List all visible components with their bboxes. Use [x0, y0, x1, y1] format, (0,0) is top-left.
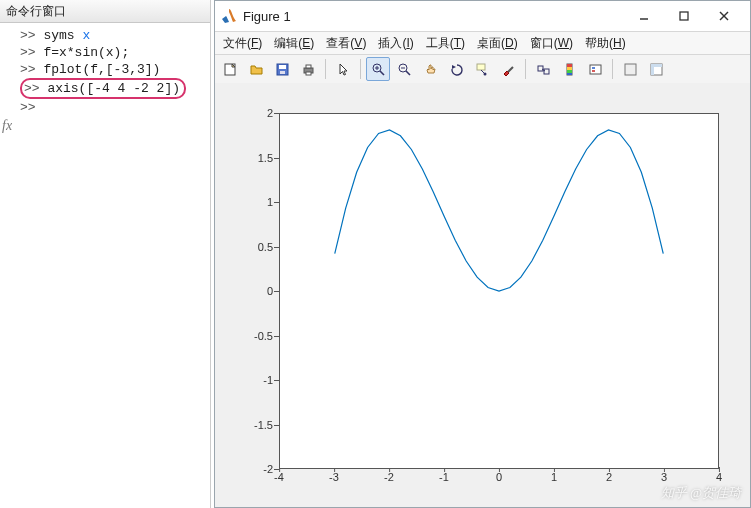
x-tick-label: 1 [551, 471, 557, 483]
line-plot [280, 114, 718, 468]
new-figure-icon[interactable] [218, 57, 242, 81]
rotate-icon[interactable] [444, 57, 468, 81]
datatip-icon[interactable] [470, 57, 494, 81]
toolbar-separator [612, 59, 613, 79]
command-window: 命令行窗口 fx >> syms x>> f=x*sin(x);>> fplot… [0, 0, 211, 508]
svg-rect-22 [538, 66, 543, 71]
toolbar-separator [525, 59, 526, 79]
figure-title: Figure 1 [243, 9, 624, 24]
menu-i[interactable]: 插入(I) [374, 35, 417, 52]
command-line: >> fplot(f,[-3,3]) [20, 61, 206, 78]
y-tick-label: -0.5 [215, 330, 273, 342]
save-icon[interactable] [270, 57, 294, 81]
menu-e[interactable]: 编辑(E) [270, 35, 318, 52]
svg-rect-9 [306, 65, 311, 68]
svg-line-16 [406, 71, 410, 75]
brush-icon[interactable] [496, 57, 520, 81]
svg-rect-29 [567, 73, 572, 75]
x-tick-label: 2 [606, 471, 612, 483]
axes[interactable] [279, 113, 719, 469]
svg-rect-18 [477, 64, 485, 70]
plot-area: -2-1.5-1-0.500.511.52 -4-3-2-101234 [215, 83, 750, 507]
command-window-body[interactable]: fx >> syms x>> f=x*sin(x);>> fplot(f,[-3… [0, 23, 210, 120]
x-tick-label: -4 [274, 471, 284, 483]
close-button[interactable] [704, 2, 744, 30]
pointer-icon[interactable] [331, 57, 355, 81]
print-icon[interactable] [296, 57, 320, 81]
svg-rect-6 [279, 65, 286, 69]
pan-icon[interactable] [418, 57, 442, 81]
maximize-button[interactable] [664, 2, 704, 30]
command-line: >> [20, 99, 206, 116]
svg-line-12 [380, 71, 384, 75]
open-icon[interactable] [244, 57, 268, 81]
svg-rect-23 [544, 69, 549, 74]
command-line: >> syms x [20, 27, 206, 44]
command-line: >> f=x*sin(x); [20, 44, 206, 61]
minimize-button[interactable] [624, 2, 664, 30]
x-tick-label: 4 [716, 471, 722, 483]
x-tick-label: 3 [661, 471, 667, 483]
matlab-figure-icon [221, 8, 237, 24]
menu-w[interactable]: 窗口(W) [526, 35, 577, 52]
svg-rect-1 [680, 12, 688, 20]
y-tick-label: -1.5 [215, 419, 273, 431]
zoom-out-icon[interactable] [392, 57, 416, 81]
figure-menubar: 文件(F)编辑(E)查看(V)插入(I)工具(T)桌面(D)窗口(W)帮助(H) [215, 32, 750, 55]
svg-rect-27 [567, 67, 572, 70]
svg-rect-26 [567, 64, 572, 67]
svg-rect-7 [280, 71, 285, 74]
menu-v[interactable]: 查看(V) [322, 35, 370, 52]
y-tick-label: 0 [215, 285, 273, 297]
x-tick-label: -3 [329, 471, 339, 483]
svg-line-21 [508, 67, 513, 72]
hide-tools-icon[interactable] [618, 57, 642, 81]
y-tick-label: 0.5 [215, 241, 273, 253]
legend-icon[interactable] [583, 57, 607, 81]
x-tick-label: 0 [496, 471, 502, 483]
svg-rect-30 [590, 65, 601, 74]
link-icon[interactable] [531, 57, 555, 81]
figure-toolbar [215, 55, 750, 84]
menu-h[interactable]: 帮助(H) [581, 35, 630, 52]
svg-rect-28 [567, 70, 572, 73]
y-tick-label: 2 [215, 107, 273, 119]
svg-point-20 [483, 72, 486, 75]
y-tick-label: 1 [215, 196, 273, 208]
colorbar-icon[interactable] [557, 57, 581, 81]
figure-titlebar[interactable]: Figure 1 [215, 1, 750, 32]
y-tick-label: 1.5 [215, 152, 273, 164]
menu-t[interactable]: 工具(T) [422, 35, 469, 52]
x-tick-label: -2 [384, 471, 394, 483]
highlighted-command: >> axis([-4 4 -2 2]) [20, 78, 186, 99]
menu-d[interactable]: 桌面(D) [473, 35, 522, 52]
command-line: >> axis([-4 4 -2 2]) [20, 78, 206, 99]
toolbar-separator [325, 59, 326, 79]
figure-window: Figure 1 文件(F)编辑(E)查看(V)插入(I)工具(T)桌面(D)窗… [214, 0, 751, 508]
show-tools-icon[interactable] [644, 57, 668, 81]
x-tick-label: -1 [439, 471, 449, 483]
command-window-title: 命令行窗口 [0, 0, 210, 23]
menu-f[interactable]: 文件(F) [219, 35, 266, 52]
y-tick-label: -2 [215, 463, 273, 475]
svg-rect-36 [651, 64, 654, 75]
fx-gutter-icon: fx [2, 117, 12, 134]
svg-rect-10 [306, 72, 311, 75]
svg-rect-33 [625, 64, 636, 75]
toolbar-separator [360, 59, 361, 79]
zoom-in-icon[interactable] [366, 57, 390, 81]
y-tick-label: -1 [215, 374, 273, 386]
